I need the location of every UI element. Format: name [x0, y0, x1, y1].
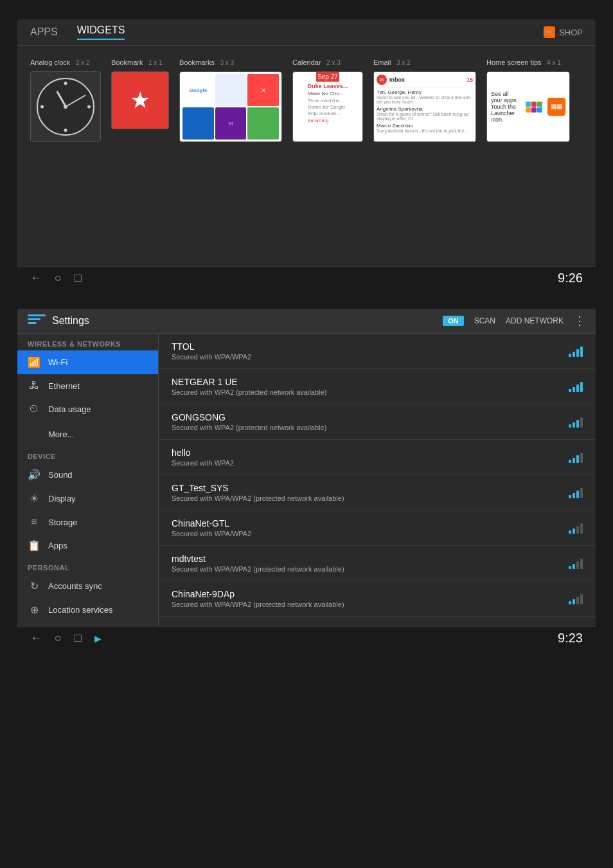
wifi-name-ttol: TTOL [172, 341, 569, 352]
widget-calendar-size: 2 x 3 [326, 59, 341, 66]
settings-title: Settings [52, 315, 89, 327]
screen2-home-nav[interactable]: ○ [55, 631, 62, 645]
sidebar-item-accounts-sync[interactable]: ↻ Accounts sync [17, 574, 158, 598]
bar3 [576, 455, 579, 463]
wifi-status-mdtvtest: Secured with WPA/WPA2 (protected network… [172, 565, 569, 573]
cal-header: Sep 27 [316, 72, 339, 82]
widget-home-tips[interactable]: Home screen tips 4 x 1 See all your apps… [486, 56, 570, 256]
shop-label: SHOP [559, 28, 583, 37]
wifi-name-chinanet-gtl: ChinaNet-GTL [172, 518, 569, 529]
cal-body: Duke Leaves... Make No Cho... Time machi… [306, 82, 350, 141]
sidebar-storage-label: Storage [48, 518, 78, 527]
widget-calendar[interactable]: Calendar 2 x 3 Sep 27 Duke Leaves... Mak… [292, 56, 363, 256]
sidebar-item-ethernet[interactable]: 🖧 Ethernet [17, 374, 158, 397]
wifi-icon: 📶 [28, 356, 40, 368]
bar3 [576, 349, 579, 357]
tab-widgets[interactable]: WIDGETS [77, 24, 125, 40]
bar2 [573, 599, 575, 604]
bar3 [576, 561, 579, 569]
bar1 [569, 424, 571, 428]
bookmarks-widget-preview: Google ✕ Y! [179, 71, 282, 142]
recents-nav-icon[interactable]: □ [75, 271, 82, 285]
ethernet-icon: 🖧 [28, 380, 40, 392]
sidebar-item-location[interactable]: ⊕ Location services [17, 598, 158, 622]
widget-bookmark-size: 1 x 1 [148, 59, 163, 66]
header-right: ON SCAN ADD NETWORK ⋮ [443, 314, 585, 328]
widget-tips-size: 4 x 1 [547, 59, 561, 66]
bar2 [573, 493, 575, 498]
widget-analog-clock[interactable]: Analog clock 2 x 2 [30, 56, 101, 256]
wifi-item-hello[interactable]: hello Secured with WPA2 [159, 440, 596, 475]
wifi-info-gt-test-sys: GT_Test_SYS Secured with WPA/WPA2 (prote… [172, 483, 569, 502]
wifi-status-chinanet-9dap: Secured with WPA/WPA2 (protected network… [172, 601, 569, 608]
tab-apps[interactable]: APPS [30, 26, 58, 38]
screen2-back-nav[interactable]: ← [30, 631, 42, 645]
widget-clock-label: Analog clock [30, 59, 70, 66]
sidebar-item-data-usage[interactable]: ⏲ Data usage [17, 397, 158, 420]
sidebar-item-sound[interactable]: 🔊 Sound [17, 463, 158, 487]
sidebar-sound-label: Sound [48, 470, 73, 480]
widget-email-size: 3 x 2 [396, 59, 411, 66]
bookmarks-grid: Google ✕ Y! [180, 71, 281, 142]
bar1 [569, 460, 571, 463]
wifi-info-hello: hello Secured with WPA2 [172, 448, 569, 467]
wifi-item-netgear[interactable]: NETGEAR 1 UE Secured with WPA2 (protecte… [159, 369, 596, 404]
bar2 [573, 422, 575, 428]
sync-icon: ↻ [28, 580, 40, 592]
clock-dot [87, 105, 91, 109]
wifi-name-gt-test-sys: GT_Test_SYS [172, 483, 569, 493]
scan-button[interactable]: SCAN [474, 316, 495, 325]
wifi-item-ttol[interactable]: TTOL Secured with WPA/WPA2 [159, 334, 596, 369]
wifi-item-chinanet-gtl[interactable]: ChinaNet-GTL Secured with WPA/WPA2 [159, 511, 596, 546]
screen2-recents-nav[interactable]: □ [75, 631, 82, 645]
more-menu-button[interactable]: ⋮ [574, 314, 585, 328]
bookmark-widget-preview: ★ [111, 71, 169, 129]
screen2-play-icon: ▶ [94, 633, 102, 644]
widget-bookmarks-label: Bookmarks [179, 59, 215, 66]
wifi-item-gongsong[interactable]: GONGSONG Secured with WPA2 (protected ne… [159, 404, 596, 440]
clock-center [64, 105, 67, 109]
wifi-status-netgear: Secured with WPA2 (protected network ava… [172, 388, 569, 396]
bar4 [580, 347, 583, 357]
wifi-status-chinanet-gtl: Secured with WPA/WPA2 [172, 530, 569, 538]
wifi-item-chinanet-9dap[interactable]: ChinaNet-9DAp Secured with WPA/WPA2 (pro… [159, 581, 596, 617]
bar3 [576, 420, 579, 428]
back-nav-icon[interactable]: ← [30, 271, 42, 285]
sidebar-item-storage[interactable]: ≡ Storage [17, 511, 158, 534]
storage-icon: ≡ [28, 516, 40, 528]
calendar-widget-preview: Sep 27 Duke Leaves... Make No Cho... Tim… [292, 71, 363, 142]
wifi-item-mdtvtest[interactable]: mdtvtest Secured with WPA/WPA2 (protecte… [159, 546, 596, 581]
bar4 [580, 488, 583, 498]
sidebar-item-apps[interactable]: 📋 Apps [17, 534, 158, 557]
shop-button[interactable]: 🛒 SHOP [544, 26, 583, 38]
signal-bars-chinanet-9dap [569, 593, 583, 604]
wifi-item-gt-test-sys[interactable]: GT_Test_SYS Secured with WPA/WPA2 (prote… [159, 475, 596, 511]
wifi-status-gongsong: Secured with WPA2 (protected network ava… [172, 424, 569, 431]
sidebar-item-more[interactable]: More... ↖ [17, 420, 158, 446]
sidebar-sync-label: Accounts sync [48, 581, 102, 591]
bar3 [576, 597, 579, 604]
signal-bars-hello [569, 451, 583, 463]
bar4 [580, 417, 583, 428]
sidebar-wifi-label: Wi-Fi [48, 357, 67, 367]
sidebar-item-wifi[interactable]: 📶 Wi-Fi [17, 350, 158, 374]
clock-face [37, 78, 94, 136]
widget-bookmarks[interactable]: Bookmarks 3 x 3 Google ✕ Y! [179, 56, 282, 256]
widget-email[interactable]: Email 3 x 2 ✉ Inbox 15 Tim, George, Henr… [373, 56, 476, 256]
wifi-status-gt-test-sys: Secured with WPA/WPA2 (protected network… [172, 494, 569, 502]
wifi-name-hello: hello [172, 448, 569, 458]
signal-bars-netgear [569, 381, 583, 392]
on-badge[interactable]: ON [443, 316, 464, 326]
tips-widget-preview: See all your apps. Touch the Launcher Ic… [486, 71, 570, 142]
bar2 [573, 458, 575, 463]
home-nav-icon[interactable]: ○ [55, 271, 62, 285]
sidebar-item-display[interactable]: ☀ Display [17, 487, 158, 511]
settings-header: Settings ON SCAN ADD NETWORK ⋮ [17, 309, 596, 334]
logo-bar-2 [28, 318, 40, 320]
wifi-network-list: TTOL Secured with WPA/WPA2 NETGEAR 1 UE … [159, 334, 596, 626]
star-icon: ★ [130, 87, 150, 114]
apps-icon: 📋 [28, 539, 40, 552]
add-network-button[interactable]: ADD NETWORK [506, 316, 564, 325]
widget-bookmark[interactable]: Bookmark 1 x 1 ★ [111, 56, 169, 256]
widget-bookmarks-size: 3 x 3 [220, 59, 234, 66]
